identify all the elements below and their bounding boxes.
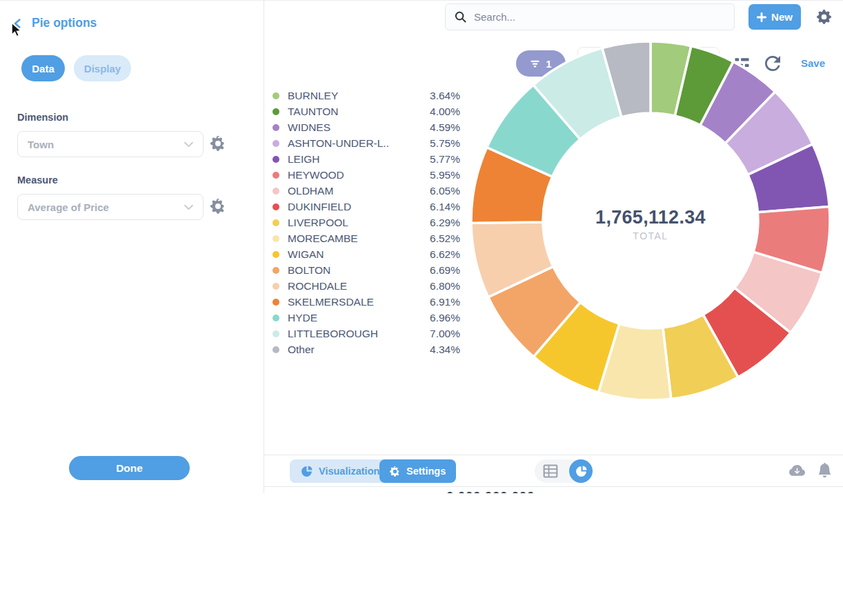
- metabase-app: New Average of Price by Town ClickHouse-…: [0, 0, 843, 616]
- legend-item[interactable]: WIGAN6.62%: [272, 246, 460, 262]
- dimension-select[interactable]: Town: [17, 131, 204, 157]
- legend-percent: 6.52%: [419, 232, 460, 245]
- viz-footer: Visualization Settings: [264, 455, 843, 487]
- pie-legend: BURNLEY3.64%TAUNTON4.00%WIDNES4.59%ASHTO…: [272, 88, 460, 357]
- legend-label: BURNLEY: [288, 90, 419, 102]
- legend-item[interactable]: LEIGH5.77%: [272, 151, 460, 167]
- legend-label: OLDHAM: [288, 185, 419, 197]
- measure-label: Measure: [17, 175, 58, 186]
- legend-item[interactable]: BOLTON6.69%: [272, 262, 460, 278]
- legend-dot: [272, 251, 279, 258]
- legend-label: ASHTON-UNDER-L..: [288, 137, 419, 150]
- legend-item[interactable]: LITTLEBOROUGH7.00%: [272, 326, 460, 341]
- tab-data-label: Data: [32, 63, 54, 74]
- legend-dot: [272, 346, 279, 353]
- legend-dot: [272, 219, 279, 226]
- legend-percent: 6.29%: [419, 217, 460, 229]
- legend-item[interactable]: MORECAMBE6.52%: [272, 230, 460, 246]
- legend-dot: [272, 156, 279, 163]
- tab-data[interactable]: Data: [21, 55, 65, 81]
- legend-dot: [272, 235, 279, 242]
- legend-dot: [272, 124, 279, 131]
- legend-item[interactable]: SKELMERSDALE6.91%: [272, 294, 460, 310]
- body: Pie options Data Display Dimension Town …: [0, 0, 843, 493]
- dimension-value: Town: [28, 139, 54, 150]
- visualization-button[interactable]: Visualization: [290, 459, 390, 483]
- legend-label: Other: [288, 344, 419, 356]
- download-icon[interactable]: [789, 463, 805, 479]
- legend-percent: 7.00%: [419, 328, 460, 340]
- legend-item[interactable]: BURNLEY3.64%: [272, 88, 460, 103]
- clipped-next-row: 0,000,000,000: [264, 487, 843, 493]
- legend-item[interactable]: ASHTON-UNDER-L..5.75%: [272, 135, 460, 151]
- pie-chart-icon: [301, 466, 313, 477]
- measure-gear-icon[interactable]: [210, 199, 226, 214]
- legend-item[interactable]: Other4.34%: [272, 341, 460, 357]
- legend-dot: [272, 299, 279, 306]
- legend-dot: [272, 172, 279, 179]
- legend-label: BOLTON: [288, 264, 419, 277]
- legend-dot: [272, 92, 279, 99]
- viz-type-toggle: [535, 459, 593, 483]
- legend-percent: 6.05%: [419, 185, 460, 197]
- legend-percent: 5.77%: [419, 153, 460, 166]
- panel-title: Pie options: [32, 16, 97, 30]
- visualization-area: BURNLEY3.64%TAUNTON4.00%WIDNES4.59%ASHTO…: [264, 1, 843, 493]
- legend-label: LITTLEBOROUGH: [288, 328, 419, 340]
- legend-dot: [272, 283, 279, 290]
- legend-item[interactable]: HYDE6.96%: [272, 310, 460, 326]
- legend-item[interactable]: DUKINFIELD6.14%: [272, 199, 460, 215]
- legend-percent: 4.59%: [419, 121, 460, 134]
- legend-label: MORECAMBE: [288, 232, 419, 245]
- legend-percent: 4.00%: [419, 106, 460, 118]
- legend-percent: 3.64%: [419, 90, 460, 102]
- legend-dot: [272, 140, 279, 147]
- legend-item[interactable]: HEYWOOD5.95%: [272, 167, 460, 183]
- legend-percent: 5.75%: [419, 137, 460, 150]
- dimension-label: Dimension: [17, 112, 68, 123]
- settings-button-label: Settings: [406, 466, 446, 477]
- legend-label: HEYWOOD: [288, 169, 419, 181]
- bell-icon[interactable]: [817, 463, 832, 477]
- legend-percent: 6.80%: [419, 280, 460, 292]
- legend-dot: [272, 188, 279, 195]
- visualization-button-label: Visualization: [319, 466, 379, 477]
- table-view-icon[interactable]: [543, 464, 558, 479]
- legend-percent: 6.91%: [419, 296, 460, 308]
- legend-percent: 5.95%: [419, 169, 460, 181]
- done-button[interactable]: Done: [69, 456, 190, 480]
- tab-display[interactable]: Display: [74, 55, 131, 81]
- legend-dot: [272, 267, 279, 274]
- legend-item[interactable]: ROCHDALE6.80%: [272, 278, 460, 294]
- pie-options-sidebar: Pie options Data Display Dimension Town …: [0, 1, 264, 493]
- gear-icon: [390, 466, 400, 477]
- legend-dot: [272, 108, 279, 115]
- settings-button[interactable]: Settings: [379, 459, 456, 483]
- legend-percent: 4.34%: [419, 344, 460, 356]
- dimension-gear-icon[interactable]: [210, 136, 226, 151]
- chevron-down-icon: [184, 204, 193, 210]
- legend-label: SKELMERSDALE: [288, 296, 419, 308]
- pie-view-icon[interactable]: [569, 459, 593, 483]
- legend-percent: 6.14%: [419, 201, 460, 213]
- legend-percent: 6.96%: [419, 312, 460, 324]
- legend-item[interactable]: TAUNTON4.00%: [272, 103, 460, 119]
- legend-percent: 6.62%: [419, 248, 460, 261]
- tab-display-label: Display: [84, 63, 121, 74]
- legend-label: HYDE: [288, 312, 419, 324]
- legend-dot: [272, 315, 279, 321]
- legend-label: DUKINFIELD: [288, 201, 419, 213]
- legend-label: WIDNES: [288, 121, 419, 134]
- legend-item[interactable]: OLDHAM6.05%: [272, 183, 460, 199]
- legend-item[interactable]: WIDNES4.59%: [272, 119, 460, 135]
- measure-select[interactable]: Average of Price: [17, 194, 204, 220]
- legend-dot: [272, 330, 279, 337]
- legend-percent: 6.69%: [419, 264, 460, 277]
- back-chevron-icon[interactable]: [12, 18, 23, 29]
- legend-label: LIVERPOOL: [288, 217, 419, 229]
- legend-label: ROCHDALE: [288, 280, 419, 292]
- legend-item[interactable]: LIVERPOOL6.29%: [272, 215, 460, 230]
- legend-label: TAUNTON: [288, 106, 419, 118]
- legend-dot: [272, 203, 279, 210]
- pie-chart: [464, 34, 837, 407]
